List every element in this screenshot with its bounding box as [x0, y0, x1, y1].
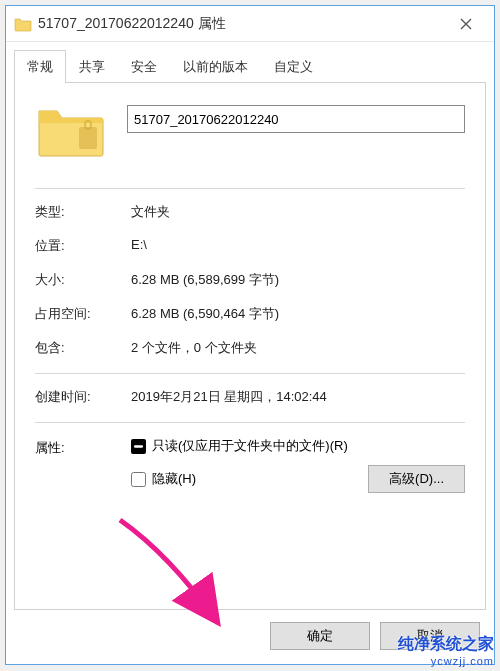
tab-security[interactable]: 安全 [118, 50, 170, 82]
label-location: 位置: [35, 237, 131, 255]
tab-customize[interactable]: 自定义 [261, 50, 326, 82]
folder-name-input[interactable] [127, 105, 465, 133]
readonly-checkbox[interactable] [131, 439, 146, 454]
tab-sharing[interactable]: 共享 [66, 50, 118, 82]
label-size: 大小: [35, 271, 131, 289]
divider [35, 188, 465, 189]
value-location: E:\ [131, 237, 465, 255]
window-title: 51707_20170622012240 属性 [38, 15, 446, 33]
advanced-button[interactable]: 高级(D)... [368, 465, 465, 493]
label-created: 创建时间: [35, 388, 131, 406]
value-size-on-disk: 6.28 MB (6,590,464 字节) [131, 305, 465, 323]
titlebar: 51707_20170622012240 属性 [6, 6, 494, 42]
divider [35, 373, 465, 374]
tab-previous-versions[interactable]: 以前的版本 [170, 50, 261, 82]
hidden-checkbox[interactable] [131, 472, 146, 487]
tab-general[interactable]: 常规 [14, 50, 66, 83]
ok-button[interactable]: 确定 [270, 622, 370, 650]
value-type: 文件夹 [131, 203, 465, 221]
readonly-label[interactable]: 只读(仅应用于文件夹中的文件)(R) [152, 437, 348, 455]
folder-icon [14, 15, 32, 33]
folder-large-icon [35, 101, 107, 163]
value-size: 6.28 MB (6,589,699 字节) [131, 271, 465, 289]
tab-content: 类型: 文件夹 位置: E:\ 大小: 6.28 MB (6,589,699 字… [14, 82, 486, 610]
hidden-label[interactable]: 隐藏(H) [152, 470, 196, 488]
tab-strip: 常规 共享 安全 以前的版本 自定义 [6, 42, 494, 82]
value-created: 2019年2月21日 星期四，14:02:44 [131, 388, 465, 406]
close-button[interactable] [446, 9, 486, 39]
properties-dialog: 51707_20170622012240 属性 常规 共享 安全 以前的版本 自… [5, 5, 495, 665]
divider [35, 422, 465, 423]
svg-rect-0 [79, 127, 97, 149]
dialog-button-row: 确定 取消 [6, 610, 494, 664]
label-attributes: 属性: [35, 437, 131, 503]
label-contains: 包含: [35, 339, 131, 357]
label-size-on-disk: 占用空间: [35, 305, 131, 323]
value-contains: 2 个文件，0 个文件夹 [131, 339, 465, 357]
label-type: 类型: [35, 203, 131, 221]
close-icon [460, 18, 472, 30]
cancel-button[interactable]: 取消 [380, 622, 480, 650]
